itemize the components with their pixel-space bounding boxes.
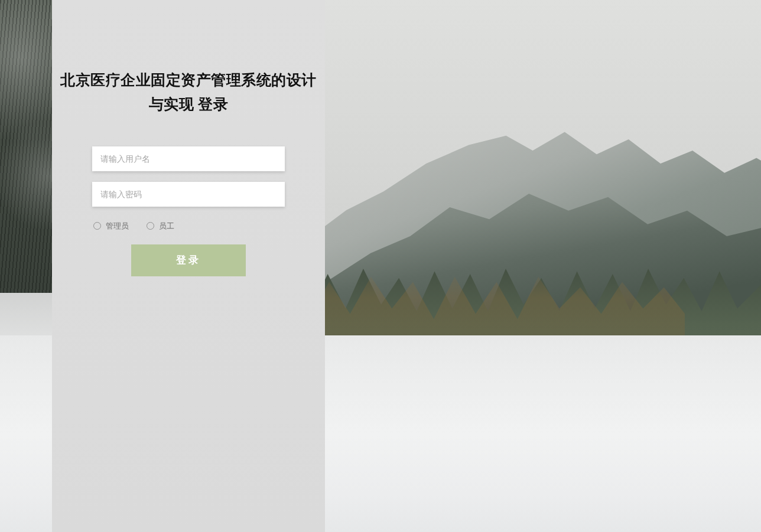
password-input[interactable]: [92, 182, 285, 207]
role-radio-group: 管理员 员工: [92, 217, 285, 244]
login-panel: 北京医疗企业固定资产管理系统的设计与实现 登录 管理员 员工 登录: [52, 0, 325, 532]
role-radio-staff[interactable]: 员工: [147, 221, 174, 231]
role-label-staff: 员工: [159, 221, 174, 231]
radio-icon: [147, 222, 154, 230]
login-button[interactable]: 登录: [131, 244, 246, 276]
page-title: 北京医疗企业固定资产管理系统的设计与实现 登录: [52, 68, 325, 117]
role-radio-admin[interactable]: 管理员: [93, 221, 129, 231]
role-label-admin: 管理员: [106, 221, 129, 231]
radio-icon: [93, 222, 101, 230]
username-input[interactable]: [92, 146, 285, 171]
login-form: 管理员 员工 登录: [92, 146, 285, 276]
